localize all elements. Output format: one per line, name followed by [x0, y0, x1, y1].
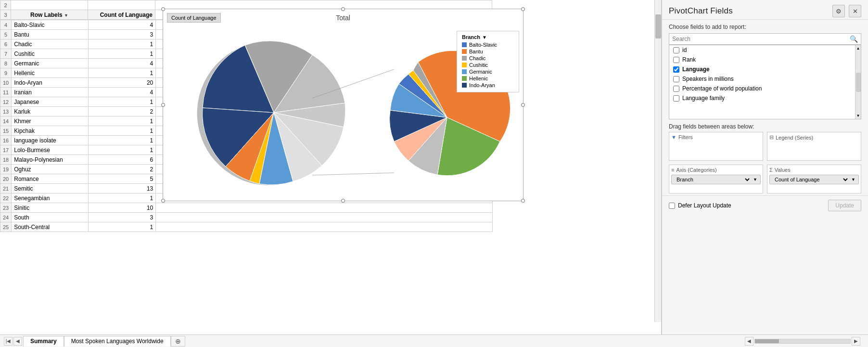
row-label[interactable]: South-Central	[12, 222, 89, 232]
field-checkbox-id[interactable]	[673, 47, 679, 53]
row-label[interactable]: Semitic	[12, 184, 89, 193]
fields-scroll-up[interactable]: ▲	[855, 46, 861, 51]
legend-area[interactable]: ⊟ Legend (Series)	[767, 132, 861, 161]
defer-left: Defer Layout Update	[669, 202, 731, 209]
tab-summary[interactable]: Summary	[23, 336, 64, 347]
tab-nav-first[interactable]: |◀	[4, 337, 13, 346]
row-count: 4	[89, 59, 156, 68]
row-label[interactable]: Hellenic	[12, 68, 89, 78]
tab-scrollbar-track[interactable]	[754, 339, 851, 344]
search-box[interactable]: 🔍	[669, 33, 861, 45]
settings-icon-button[interactable]: ⚙	[832, 5, 845, 17]
row-label[interactable]: Khmer	[12, 116, 89, 126]
row-label[interactable]: language isolate	[12, 136, 89, 145]
fields-scrollbar[interactable]: ▲ ▼	[855, 45, 861, 119]
row-label[interactable]: Balto-Slavic	[12, 20, 89, 30]
tab-most-spoken[interactable]: Most Spoken Languages Worldwide	[64, 336, 171, 347]
row-num: 15	[0, 126, 12, 136]
legend-item: Chadic	[462, 55, 514, 61]
row-label[interactable]: Bantu	[12, 30, 89, 39]
tab-scrollbar-thumb[interactable]	[755, 339, 779, 343]
field-checkbox-language[interactable]	[673, 66, 679, 73]
row-num: 21	[0, 184, 12, 193]
values-area[interactable]: Σ Values Count of Language ▼	[767, 165, 861, 193]
axis-area[interactable]: ≡ Axis (Categories) Branch ▼	[669, 165, 763, 193]
legend-item-label: Indo-Aryan	[469, 82, 495, 88]
cell-2a[interactable]	[11, 0, 88, 10]
cell-2b[interactable]	[88, 0, 155, 10]
field-item-family[interactable]: Language family	[669, 93, 855, 103]
axis-title: ≡ Axis (Categories)	[671, 167, 761, 173]
row-count: 1	[89, 145, 156, 155]
row-label[interactable]: Lolo-Burmese	[12, 145, 89, 155]
field-item-speakers[interactable]: Speakers in millions	[669, 74, 855, 84]
filters-title: ▼ Filters	[671, 134, 761, 140]
row-label[interactable]: Senegambian	[12, 193, 89, 203]
legend-series-icon: ⊟	[769, 134, 774, 141]
handle-top[interactable]	[341, 7, 345, 11]
row-label[interactable]: Japanese	[12, 97, 89, 107]
row-label[interactable]: Sinitic	[12, 203, 89, 213]
row-num: 23	[0, 203, 12, 213]
row-label[interactable]: Indo-Aryan	[12, 78, 89, 88]
handle-tl[interactable]	[161, 7, 165, 11]
values-pill[interactable]: Count of Language ▼	[769, 175, 859, 184]
field-label-id: id	[682, 47, 687, 53]
field-checkbox-rank[interactable]	[673, 57, 679, 63]
field-item-language[interactable]: Language	[669, 64, 855, 74]
legend-items-container: Balto-SlavicBantuChadicCushiticGermanicH…	[462, 42, 514, 88]
axis-select[interactable]: Branch	[675, 176, 751, 183]
field-item-id[interactable]: id	[669, 45, 855, 55]
update-button[interactable]: Update	[828, 200, 861, 211]
row-label[interactable]: Kipchak	[12, 126, 89, 136]
handle-bl[interactable]	[161, 199, 165, 203]
handle-br[interactable]	[521, 199, 525, 203]
tab-nav-prev[interactable]: ◀	[13, 337, 22, 346]
chart-overlay[interactable]: Total Count of Language	[163, 9, 523, 201]
field-checkbox-family[interactable]	[673, 95, 679, 102]
field-checkbox-percentage[interactable]	[673, 86, 679, 92]
tab-scroll-right[interactable]: ▶	[852, 337, 860, 346]
row-num: 5	[0, 30, 12, 39]
legend-series-title: ⊟ Legend (Series)	[769, 134, 859, 141]
field-item-rank[interactable]: Rank	[669, 55, 855, 64]
row-count: 4	[89, 88, 156, 97]
v-scrollbar[interactable]	[654, 0, 661, 322]
v-scroll-thumb[interactable]	[655, 14, 661, 39]
axis-pill[interactable]: Branch ▼	[671, 175, 761, 184]
legend-item-label: Balto-Slavic	[469, 42, 497, 48]
values-select[interactable]: Count of Language	[773, 176, 849, 183]
fields-scroll-down[interactable]: ▼	[855, 114, 861, 118]
row-label[interactable]: Karluk	[12, 107, 89, 116]
field-item-percentage[interactable]: Percentage of world population	[669, 84, 855, 93]
row-count: 4	[89, 20, 156, 30]
row-count: 1	[89, 49, 156, 59]
row-label[interactable]: Iranian	[12, 88, 89, 97]
row-labels-header[interactable]: Row Labels ▼	[11, 10, 88, 20]
field-label-speakers: Speakers in millions	[682, 76, 734, 82]
search-input[interactable]	[672, 36, 850, 42]
handle-tr[interactable]	[521, 7, 525, 11]
fields-scroll-thumb[interactable]	[856, 73, 861, 92]
row-labels-dropdown[interactable]: ▼	[64, 13, 68, 18]
row-label[interactable]: Germanic	[12, 59, 89, 68]
close-icon-button[interactable]: ✕	[849, 5, 861, 17]
drag-areas: ▼ Filters ⊟ Legend (Series) ≡ Axis (Cate…	[662, 132, 868, 193]
row-label[interactable]: Oghuz	[12, 165, 89, 174]
tab-scroll-left[interactable]: ◀	[745, 337, 753, 346]
fields-list[interactable]: id Rank Language Speakers in millions Pe…	[669, 45, 855, 119]
row-label[interactable]: Malayo-Polynesian	[12, 155, 89, 165]
row-count: 2	[89, 107, 156, 116]
handle-bottom[interactable]	[341, 199, 345, 203]
defer-checkbox[interactable]	[669, 203, 675, 209]
row-label[interactable]: Chadic	[12, 39, 89, 49]
values-icon: Σ	[769, 167, 773, 173]
field-checkbox-speakers[interactable]	[673, 76, 679, 82]
row-num: 11	[0, 88, 12, 97]
row-label[interactable]: Cushitic	[12, 49, 89, 59]
count-header: Count of Language	[88, 10, 155, 20]
row-label[interactable]: Romance	[12, 174, 89, 184]
row-label[interactable]: South	[12, 213, 89, 222]
filters-area[interactable]: ▼ Filters	[669, 132, 763, 161]
add-tab-button[interactable]: ⊕	[171, 336, 185, 347]
